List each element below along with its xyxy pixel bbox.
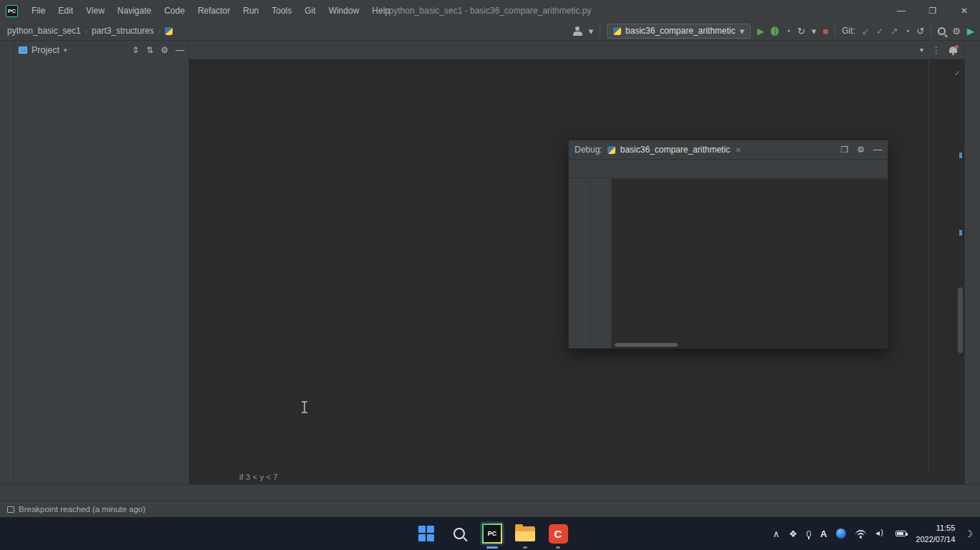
- window-title: python_basic_sec1 - basic36_compare_arit…: [389, 6, 592, 16]
- taskbar-clock[interactable]: 11:55 2022/07/14: [916, 522, 955, 546]
- python-icon: [613, 27, 621, 35]
- restore-button[interactable]: ❒: [917, 0, 948, 21]
- chevron-down-icon: ▾: [740, 26, 745, 37]
- tool-window-bar: [0, 484, 980, 501]
- change-marker: [959, 230, 962, 236]
- run-config-combo[interactable]: basic36_compare_arithmetic ▾: [607, 24, 751, 39]
- microphone-icon[interactable]: [807, 531, 811, 537]
- menu-tools[interactable]: Tools: [265, 0, 298, 21]
- taskbar-pycharm-icon[interactable]: PC: [480, 521, 504, 546]
- debug-panel: Debug: basic36_compare_arithmetic ✕ ❒ ⚙ …: [568, 140, 888, 349]
- taskbar-explorer-icon[interactable]: [513, 521, 537, 546]
- menu-code[interactable]: Code: [158, 0, 191, 21]
- battery-icon[interactable]: [895, 531, 906, 536]
- navigation-toolbar: python_basic_sec1›part3_structures› ▾ ba…: [0, 21, 980, 41]
- editor-scrollbar[interactable]: [958, 287, 963, 353]
- profiler-button[interactable]: ◔: [785, 26, 791, 37]
- run-toolbar: ▾ basic36_compare_arithmetic ▾ ▶ ◔ ↻ ▾ ■…: [573, 24, 974, 39]
- stop-button[interactable]: ■: [822, 26, 828, 37]
- menu-navigate[interactable]: Navigate: [111, 0, 158, 21]
- expand-all-icon[interactable]: ⇕: [132, 45, 139, 55]
- clock-date: 2022/07/14: [916, 534, 955, 546]
- editor-tab-bar: ▾ ⋮: [189, 41, 964, 59]
- git-update-button[interactable]: ↙: [862, 26, 870, 37]
- git-commit-button[interactable]: ✓: [876, 26, 884, 37]
- coverage-button[interactable]: ↻: [797, 26, 805, 37]
- run-button[interactable]: ▶: [757, 26, 764, 37]
- project-panel-title: Project: [32, 45, 59, 55]
- window-controls: — ❒ ✕: [885, 0, 980, 21]
- minimize-panel-icon[interactable]: —: [873, 145, 882, 155]
- restore-panel-icon[interactable]: ❒: [840, 145, 848, 155]
- debug-console[interactable]: [612, 179, 888, 348]
- history-button[interactable]: ◔: [905, 26, 911, 37]
- menu-file[interactable]: File: [25, 0, 52, 21]
- tray-chevron-icon[interactable]: ∧: [773, 529, 780, 539]
- breadcrumb-separator: ›: [158, 27, 160, 35]
- title-bar: PC FileEditViewNavigateCodeRefactorRunTo…: [0, 0, 980, 21]
- minimize-button[interactable]: —: [885, 0, 917, 21]
- tab-list-chevron-icon[interactable]: ▾: [920, 46, 923, 54]
- close-button[interactable]: ✕: [948, 0, 980, 21]
- debug-panel-title: Debug:: [575, 145, 602, 155]
- right-tool-stripe: [964, 41, 980, 484]
- breadcrumb-item[interactable]: python_basic_sec1: [7, 26, 81, 36]
- coverage-dropdown-icon[interactable]: ▾: [812, 26, 817, 37]
- python-icon: [607, 146, 615, 154]
- menu-window[interactable]: Window: [322, 0, 366, 21]
- console-action-strip: [590, 179, 612, 348]
- settings-gear-icon[interactable]: ⚙: [952, 26, 961, 37]
- change-marker: [959, 153, 962, 158]
- breadcrumb: python_basic_sec1›part3_structures›: [7, 26, 173, 36]
- divider: [931, 25, 931, 37]
- user-icon[interactable]: [573, 26, 582, 36]
- debug-panel-gear-icon[interactable]: ⚙: [857, 145, 865, 155]
- project-panel-header: Project ▾ ⇕ ⇅ ⚙ —: [14, 41, 188, 59]
- rollback-button[interactable]: ↺: [916, 26, 924, 37]
- notifications-bell-icon[interactable]: [949, 47, 957, 53]
- chevron-down-icon[interactable]: ▾: [64, 47, 67, 54]
- clock-time: 11:55: [916, 522, 955, 534]
- dropbox-icon[interactable]: ❖: [789, 529, 797, 539]
- git-push-button[interactable]: ↗: [890, 26, 898, 37]
- ime-indicator[interactable]: A: [820, 529, 827, 539]
- left-tool-stripe: [0, 41, 14, 484]
- debug-panel-header: Debug: basic36_compare_arithmetic ✕ ❒ ⚙ …: [569, 140, 888, 160]
- project-gear-icon[interactable]: ⚙: [160, 45, 168, 55]
- menu-view[interactable]: View: [80, 0, 111, 21]
- text-cursor: [304, 402, 305, 412]
- git-label: Git:: [842, 26, 855, 36]
- debug-button[interactable]: [771, 26, 779, 36]
- status-message: Breakpoint reached (a minute ago): [19, 505, 145, 513]
- python-file-icon: [165, 27, 173, 35]
- menu-bar: FileEditViewNavigateCodeRefactorRunTools…: [25, 0, 396, 21]
- menu-git[interactable]: Git: [298, 0, 322, 21]
- close-session-icon[interactable]: ✕: [735, 146, 741, 154]
- menu-refactor[interactable]: Refactor: [191, 0, 236, 21]
- user-dropdown-icon[interactable]: ▾: [589, 26, 594, 37]
- volume-icon[interactable]: [875, 529, 886, 538]
- layout-icon[interactable]: [7, 506, 14, 513]
- hide-panel-icon[interactable]: —: [176, 45, 184, 55]
- collapse-all-icon[interactable]: ⇅: [146, 45, 153, 55]
- menu-run[interactable]: Run: [236, 0, 265, 21]
- night-mode-icon[interactable]: ☽: [964, 529, 973, 539]
- console-scrollbar[interactable]: [615, 343, 678, 347]
- search-everywhere-icon[interactable]: [938, 27, 946, 35]
- divider: [600, 25, 600, 37]
- right-margin-guide: [928, 59, 929, 471]
- menu-edit[interactable]: Edit: [52, 0, 80, 21]
- wifi-icon[interactable]: [855, 530, 866, 538]
- plugin-icon[interactable]: ▶: [967, 26, 974, 37]
- debug-action-strip: [569, 179, 590, 348]
- windows-taskbar: PC C ∧ ❖ A 11:55 2022/07/14 ☽: [0, 517, 980, 550]
- start-button[interactable]: [414, 521, 438, 546]
- taskbar-search-icon[interactable]: [447, 521, 471, 546]
- browser-sphere-icon[interactable]: [836, 529, 846, 539]
- tab-options-icon[interactable]: ⋮: [932, 45, 941, 55]
- taskbar-camtasia-icon[interactable]: C: [546, 521, 570, 546]
- breadcrumb-item[interactable]: part3_structures: [92, 26, 154, 36]
- inspections-ok-icon[interactable]: ✓: [955, 68, 960, 78]
- debug-session-tab[interactable]: basic36_compare_arithmetic: [620, 145, 730, 155]
- editor-breadcrumb[interactable]: if 3 < y < 7: [189, 471, 964, 484]
